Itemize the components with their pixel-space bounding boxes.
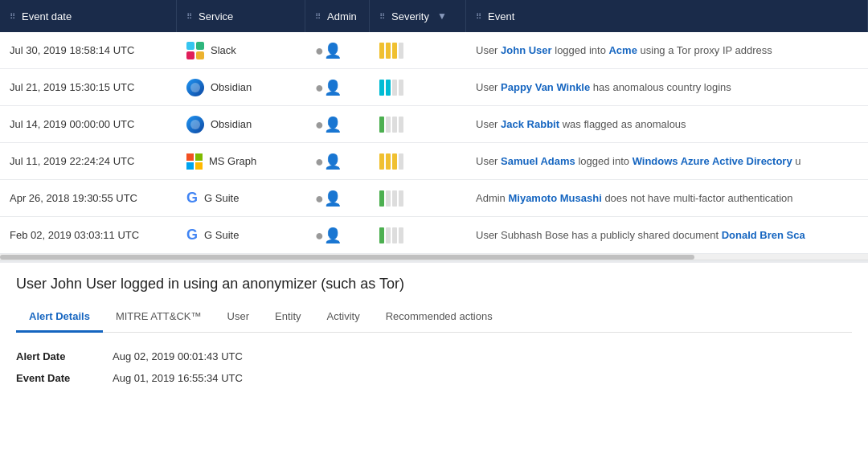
severity-bar bbox=[392, 80, 397, 96]
service-name: G Suite bbox=[204, 192, 239, 204]
severity-bar bbox=[386, 190, 391, 207]
severity-bar bbox=[386, 153, 391, 170]
severity-bar bbox=[399, 227, 403, 243]
severity-bar-group bbox=[379, 80, 403, 96]
event-date-text: Apr 26, 2018 19:30:55 UTC bbox=[10, 192, 137, 204]
events-table: ⠿ Event date ⠿ Service ⠿ Admin ⠿ Severit… bbox=[0, 0, 868, 260]
table-row[interactable]: Jul 30, 2019 18:58:14 UTC Slack ●👤 User … bbox=[0, 32, 868, 69]
cell-service: Slack bbox=[177, 35, 305, 66]
drag-icon-eventdate: ⠿ bbox=[10, 12, 15, 21]
col-header-eventdate[interactable]: ⠿ Event date bbox=[0, 0, 177, 32]
table-rows-container: Jul 30, 2019 18:58:14 UTC Slack ●👤 User … bbox=[0, 32, 868, 254]
admin-user-icon: ●👤 bbox=[315, 153, 342, 170]
severity-bar bbox=[379, 80, 384, 96]
cell-service: Obsidian bbox=[177, 109, 305, 140]
cell-eventdate: Feb 02, 2019 03:03:11 UTC bbox=[0, 223, 177, 248]
msgraph-logo bbox=[186, 153, 203, 170]
cell-severity bbox=[370, 184, 466, 213]
event-date-text: Jul 30, 2019 18:58:14 UTC bbox=[10, 44, 134, 56]
col-header-event[interactable]: ⠿ Event bbox=[466, 0, 868, 32]
cell-service: G G Suite bbox=[177, 183, 305, 213]
obsidian-logo bbox=[186, 79, 204, 96]
google-logo: G bbox=[186, 190, 198, 207]
table-header: ⠿ Event date ⠿ Service ⠿ Admin ⠿ Severit… bbox=[0, 0, 868, 32]
table-row[interactable]: Feb 02, 2019 03:03:11 UTC G G Suite ●👤 U… bbox=[0, 217, 868, 254]
scrollbar-thumb[interactable] bbox=[0, 255, 694, 260]
cell-event: User John User logged into Acme using a … bbox=[466, 38, 868, 63]
cell-service: Obsidian bbox=[177, 72, 305, 103]
cell-service: MS Graph bbox=[177, 147, 305, 176]
severity-bar bbox=[399, 117, 403, 133]
tab-activity[interactable]: Activity bbox=[314, 302, 373, 333]
admin-user-icon: ●👤 bbox=[315, 116, 342, 133]
google-logo: G bbox=[186, 227, 198, 243]
cell-admin: ●👤 bbox=[305, 72, 370, 103]
detail-field-value: Aug 01, 2019 16:55:34 UTC bbox=[113, 372, 243, 384]
col-label-severity: Severity bbox=[391, 10, 429, 22]
col-header-severity[interactable]: ⠿ Severity ▼ bbox=[370, 0, 466, 32]
col-label-admin: Admin bbox=[327, 10, 357, 22]
severity-bar bbox=[379, 190, 384, 207]
severity-bar bbox=[386, 80, 391, 96]
tab-entity[interactable]: Entity bbox=[262, 302, 314, 333]
col-header-service[interactable]: ⠿ Service bbox=[177, 0, 305, 32]
tab-mitre-att-ck-[interactable]: MITRE ATT&CK™ bbox=[103, 302, 215, 333]
drag-icon-severity: ⠿ bbox=[379, 12, 385, 21]
severity-bar bbox=[392, 43, 397, 59]
severity-bar bbox=[379, 153, 384, 170]
detail-tabs: Alert DetailsMITRE ATT&CK™UserEntityActi… bbox=[16, 302, 852, 333]
cell-event: User Pappy Van Winkle has anomalous coun… bbox=[466, 75, 868, 100]
horizontal-scrollbar[interactable] bbox=[0, 254, 868, 260]
tab-alert-details[interactable]: Alert Details bbox=[16, 302, 103, 333]
admin-user-icon: ●👤 bbox=[315, 79, 342, 96]
detail-field-row: Alert Date Aug 02, 2019 00:01:43 UTC bbox=[16, 346, 852, 367]
cell-admin: ●👤 bbox=[305, 146, 370, 177]
cell-admin: ●👤 bbox=[305, 183, 370, 214]
severity-bar-group bbox=[379, 43, 403, 59]
admin-user-icon: ●👤 bbox=[315, 227, 342, 244]
severity-bar bbox=[399, 190, 403, 207]
event-text: User John User logged into Acme using a … bbox=[476, 44, 772, 56]
event-text: User Subhash Bose has a publicly shared … bbox=[476, 229, 805, 241]
cell-service: G G Suite bbox=[177, 220, 305, 250]
drag-icon-event: ⠿ bbox=[476, 12, 481, 21]
service-name: Slack bbox=[211, 44, 236, 56]
severity-bar-group bbox=[379, 190, 403, 207]
table-row[interactable]: Jul 11, 2019 22:24:24 UTC MS Graph ●👤 Us… bbox=[0, 143, 868, 180]
severity-bar bbox=[386, 43, 391, 59]
obsidian-logo bbox=[186, 116, 204, 133]
service-name: Obsidian bbox=[211, 118, 252, 130]
service-name: MS Graph bbox=[209, 155, 256, 167]
event-text: Admin Miyamoto Musashi does not have mul… bbox=[476, 192, 793, 204]
tab-user[interactable]: User bbox=[215, 302, 262, 333]
drag-icon-service: ⠿ bbox=[186, 12, 192, 21]
col-header-admin[interactable]: ⠿ Admin bbox=[305, 0, 370, 32]
severity-bar bbox=[399, 43, 403, 59]
table-row[interactable]: Jul 14, 2019 00:00:00 UTC Obsidian ●👤 Us… bbox=[0, 106, 868, 143]
detail-title: User John User logged in using an anonym… bbox=[16, 276, 852, 292]
filter-icon-severity[interactable]: ▼ bbox=[437, 10, 447, 22]
severity-bar-group bbox=[379, 117, 403, 133]
cell-eventdate: Jul 30, 2019 18:58:14 UTC bbox=[0, 38, 177, 63]
detail-field-row: Event Date Aug 01, 2019 16:55:34 UTC bbox=[16, 367, 852, 389]
cell-admin: ●👤 bbox=[305, 109, 370, 140]
event-text: User Jack Rabbit was flagged as anomalou… bbox=[476, 118, 686, 130]
severity-bar bbox=[399, 153, 403, 170]
cell-severity bbox=[370, 73, 466, 102]
table-row[interactable]: Jul 21, 2019 15:30:15 UTC Obsidian ●👤 Us… bbox=[0, 69, 868, 106]
tab-recommended-actions[interactable]: Recommended actions bbox=[373, 302, 506, 333]
cell-severity bbox=[370, 110, 466, 139]
table-row[interactable]: Apr 26, 2018 19:30:55 UTC G G Suite ●👤 A… bbox=[0, 180, 868, 217]
cell-event: Admin Miyamoto Musashi does not have mul… bbox=[466, 186, 868, 211]
severity-bar bbox=[392, 153, 397, 170]
col-label-event: Event bbox=[488, 10, 514, 22]
cell-event: User Samuel Adams logged into Windows Az… bbox=[466, 149, 868, 174]
severity-bar bbox=[379, 227, 384, 243]
event-date-text: Feb 02, 2019 03:03:11 UTC bbox=[10, 229, 139, 241]
severity-bar-group bbox=[379, 227, 403, 243]
detail-field-value: Aug 02, 2019 00:01:43 UTC bbox=[113, 350, 243, 362]
severity-bar bbox=[379, 117, 384, 133]
severity-bar bbox=[386, 227, 391, 243]
severity-bar bbox=[392, 227, 397, 243]
severity-bar-group bbox=[379, 153, 403, 170]
